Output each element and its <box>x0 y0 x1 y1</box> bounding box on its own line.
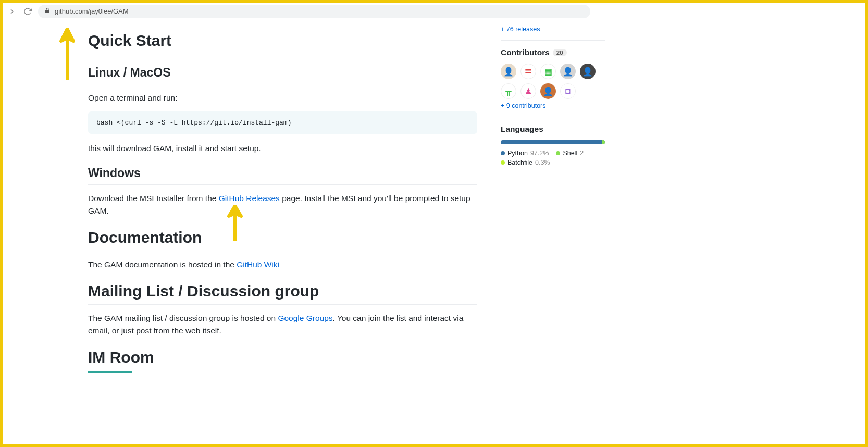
text-documentation: The GAM documentation is hosted in the G… <box>88 258 477 271</box>
languages-list: Python 97.2% Shell 2 Batchfile 0.3% <box>501 150 605 166</box>
language-item[interactable]: Python 97.2% <box>501 150 549 157</box>
language-item[interactable]: Batchfile 0.3% <box>501 159 550 166</box>
heading-mailing-list: Mailing List / Discussion group <box>88 282 477 305</box>
text-windows: Download the MSI Installer from the GitH… <box>88 192 477 217</box>
avatar[interactable]: ♟ <box>520 83 536 99</box>
forward-icon[interactable] <box>7 6 17 17</box>
dot-icon <box>556 151 560 155</box>
avatar[interactable]: ╥ <box>501 83 516 99</box>
lock-icon <box>44 7 51 15</box>
heading-linux-macos: Linux / MacOS <box>88 66 477 84</box>
text-after-install: this will download GAM, install it and s… <box>88 142 477 155</box>
link-github-releases[interactable]: GitHub Releases <box>219 194 280 203</box>
address-bar[interactable]: github.com/jay0lee/GAM <box>38 5 590 18</box>
heading-quickstart: Quick Start <box>88 32 477 54</box>
text-open-terminal: Open a terminal and run: <box>88 92 477 104</box>
link-github-wiki[interactable]: GitHub Wiki <box>237 260 279 269</box>
language-item[interactable]: Shell 2 <box>556 150 584 157</box>
languages-progress-bar <box>501 140 605 144</box>
browser-toolbar: github.com/jay0lee/GAM <box>3 3 865 20</box>
avatar[interactable]: 〓 <box>520 64 536 79</box>
heading-documentation: Documentation <box>88 229 477 251</box>
im-room-badge <box>88 371 132 373</box>
url-text: github.com/jay0lee/GAM <box>55 7 129 15</box>
readme: Quick Start Linux / MacOS Open a termina… <box>88 20 488 444</box>
avatar[interactable]: ▦ <box>540 64 556 79</box>
heading-windows: Windows <box>88 166 477 185</box>
contributor-avatars: 👤 〓 ▦ 👤 👤 ╥ ♟ 👤 ◘ <box>501 64 605 99</box>
avatar[interactable]: 👤 <box>560 64 576 79</box>
avatar[interactable]: 👤 <box>540 83 556 99</box>
dot-icon <box>501 160 505 165</box>
dot-icon <box>501 151 505 155</box>
page-content: Quick Start Linux / MacOS Open a termina… <box>3 20 865 444</box>
languages-heading: Languages <box>501 125 605 134</box>
code-install-command[interactable]: bash <(curl -s -S -L https://git.io/inst… <box>88 111 477 134</box>
text-mailing: The GAM mailing list / discussion group … <box>88 312 477 337</box>
contributors-count: 20 <box>553 49 567 56</box>
avatar[interactable]: ◘ <box>560 83 576 99</box>
avatar[interactable]: 👤 <box>580 64 596 79</box>
repo-sidebar: + 76 releases Contributors 20 👤 〓 ▦ 👤 👤 … <box>501 20 605 444</box>
link-more-releases[interactable]: + 76 releases <box>501 26 605 33</box>
link-more-contributors[interactable]: + 9 contributors <box>501 102 605 109</box>
link-google-groups[interactable]: Google Groups <box>278 314 332 322</box>
reload-icon[interactable] <box>22 6 33 17</box>
heading-im-room: IM Room <box>88 349 477 370</box>
avatar[interactable]: 👤 <box>501 64 516 79</box>
contributors-heading[interactable]: Contributors 20 <box>501 48 605 57</box>
